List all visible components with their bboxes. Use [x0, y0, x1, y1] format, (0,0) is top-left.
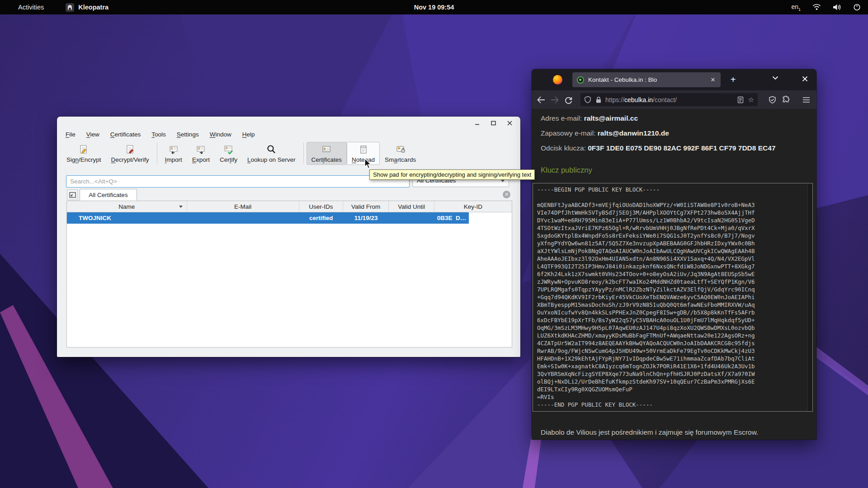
toolbar-button-label: Smartcards — [385, 156, 416, 163]
bookmark-star-icon[interactable]: ☆ — [748, 96, 754, 104]
back-button[interactable] — [535, 94, 547, 106]
column-header-valid-until[interactable]: Valid Until — [389, 201, 434, 212]
menu-item-window[interactable]: Window — [207, 130, 235, 139]
column-label: E-Mail — [234, 203, 251, 210]
window-close-button[interactable] — [802, 76, 808, 82]
system-status-area[interactable]: en1 — [791, 3, 861, 12]
lookup-on-server-button[interactable]: Lookup on Server — [242, 142, 301, 165]
cell-name: TWOJNICK — [67, 212, 187, 224]
toolbar-button-label: Certify — [220, 156, 237, 163]
cell-key-id: 0B3E D… — [434, 212, 512, 224]
contact-value: ralts@airmail.cc — [584, 114, 638, 122]
tab-row: All Certificates ✕ — [57, 189, 520, 201]
toolbar-separator — [303, 143, 304, 164]
column-header-name[interactable]: Name — [67, 201, 187, 212]
close-tab-button[interactable]: ✕ — [503, 191, 510, 198]
protections-icon[interactable] — [766, 94, 778, 106]
new-tab-button[interactable]: + — [727, 74, 739, 86]
smartcards-icon — [395, 144, 406, 155]
pgp-key-block: -----BEGIN PGP PUBLIC KEY BLOCK----- mQE… — [533, 183, 813, 412]
close-button[interactable] — [506, 119, 513, 127]
activities-button[interactable]: Activities — [14, 3, 48, 12]
contact-value: ralts@danwin1210.de — [598, 129, 669, 137]
decrypt-verify-button[interactable]: Decrypt/Verify — [106, 142, 154, 165]
kleopatra-toolbar: Sign/Encrypt Decrypt/Verify Import — [57, 140, 520, 166]
notepad-button[interactable]: Notepad — [347, 142, 380, 165]
arrow-right-icon — [550, 96, 559, 104]
cell-email — [187, 212, 299, 224]
keyboard-layout-indicator[interactable]: en1 — [791, 3, 801, 12]
arrow-left-icon — [537, 96, 546, 104]
tab-all-certificates[interactable]: All Certificates — [80, 189, 137, 201]
open-tab-icon — [69, 192, 76, 198]
column-label: Key-ID — [464, 203, 482, 210]
decrypt-verify-icon — [125, 144, 136, 155]
extensions-icon[interactable] — [780, 94, 792, 106]
toolbar-button-label: Decrypt/Verify — [111, 156, 149, 163]
menu-item-view[interactable]: View — [83, 130, 103, 139]
column-header-email[interactable]: E-Mail — [187, 201, 299, 212]
contact-value: 0F3F 1DE0 E075 DE90 82AC 992F 86F1 CF79 … — [588, 144, 775, 152]
menu-item-settings[interactable]: Settings — [174, 130, 202, 139]
list-tabs-button[interactable] — [772, 76, 778, 80]
certify-button[interactable]: Certify — [215, 142, 242, 165]
notepad-icon — [358, 144, 369, 155]
firefox-view-icon[interactable] — [553, 75, 562, 84]
clock[interactable]: Nov 19 09:54 — [414, 4, 454, 11]
certificates-table: Name E-Mail User-IDs Valid From Valid Un… — [66, 201, 512, 347]
browser-tab[interactable]: Kontakt - Cebulka.in : Blo ✕ — [572, 72, 721, 87]
column-header-user-ids[interactable]: User-IDs — [299, 201, 343, 212]
maximize-button[interactable] — [490, 119, 497, 127]
app-indicator-label: Kleopatra — [78, 4, 108, 11]
contact-line: Odcisk klucza: 0F3F 1DE0 E075 DE90 82AC … — [532, 139, 816, 154]
pubkey-link[interactable]: Klucz publiczny — [541, 166, 816, 174]
url-protocol: https:// — [605, 96, 624, 103]
firefox-tab-bar: Kontakt - Cebulka.in : Blo ✕ + — [532, 69, 816, 90]
app-indicator[interactable]: Kleopatra — [66, 3, 108, 12]
import-icon — [168, 144, 179, 155]
certificate-row[interactable]: TWOJNICK certified 11/19/23 0B3E D… — [67, 212, 512, 224]
page-footer: Diabolo de Vilious jest pośrednikiem i z… — [541, 428, 758, 436]
hamburger-icon — [802, 97, 810, 103]
kleopatra-titlebar[interactable] — [57, 117, 520, 129]
scrollbar-track[interactable] — [807, 184, 812, 411]
toolbar-button-label: Certificates — [311, 156, 342, 163]
contact-label: Zapasowy e-mail: — [541, 129, 598, 137]
search-input[interactable] — [66, 175, 410, 188]
volume-icon — [833, 4, 841, 11]
firefox-nav-bar: https://cebulka.in/contact/ ☆ — [532, 90, 816, 109]
wifi-icon — [812, 4, 821, 10]
forward-button[interactable] — [549, 94, 561, 106]
open-new-tab-button[interactable] — [67, 189, 78, 200]
menu-item-file[interactable]: File — [62, 130, 79, 139]
certificates-view-button[interactable]: Certificates — [307, 142, 347, 165]
search-icon — [266, 144, 277, 155]
tab-close-icon[interactable]: ✕ — [709, 76, 717, 84]
menu-item-help[interactable]: Help — [239, 130, 258, 139]
column-label: Name — [118, 203, 135, 210]
sort-indicator-icon — [179, 206, 183, 208]
toolbar-button-label: Import — [165, 156, 182, 163]
import-button[interactable]: Import — [160, 142, 187, 165]
mouse-cursor — [364, 158, 373, 170]
url-bar[interactable]: https://cebulka.in/contact/ ☆ — [580, 93, 758, 106]
export-button[interactable]: Export — [187, 142, 215, 165]
shield-check-icon — [769, 96, 776, 104]
smartcards-button[interactable]: Smartcards — [380, 142, 421, 165]
column-header-valid-from[interactable]: Valid From — [343, 201, 389, 212]
sign-encrypt-button[interactable]: Sign/Encrypt — [61, 142, 106, 165]
reload-button[interactable] — [562, 94, 574, 106]
sign-encrypt-icon — [78, 144, 89, 155]
chevron-down-icon — [501, 180, 505, 182]
column-header-key-id[interactable]: Key-ID — [434, 201, 512, 212]
close-icon — [802, 76, 808, 82]
menu-item-tools[interactable]: Tools — [148, 130, 169, 139]
contact-label: Adres e-mail: — [541, 114, 584, 122]
reader-mode-icon[interactable] — [737, 96, 744, 103]
menu-button[interactable] — [800, 94, 812, 106]
chevron-down-icon — [772, 76, 778, 80]
minimize-button[interactable] — [473, 119, 481, 127]
menu-item-certificates[interactable]: Certificates — [107, 130, 144, 139]
tracking-shield-icon — [584, 96, 591, 103]
contact-line: Zapasowy e-mail: ralts@danwin1210.de — [532, 124, 816, 139]
